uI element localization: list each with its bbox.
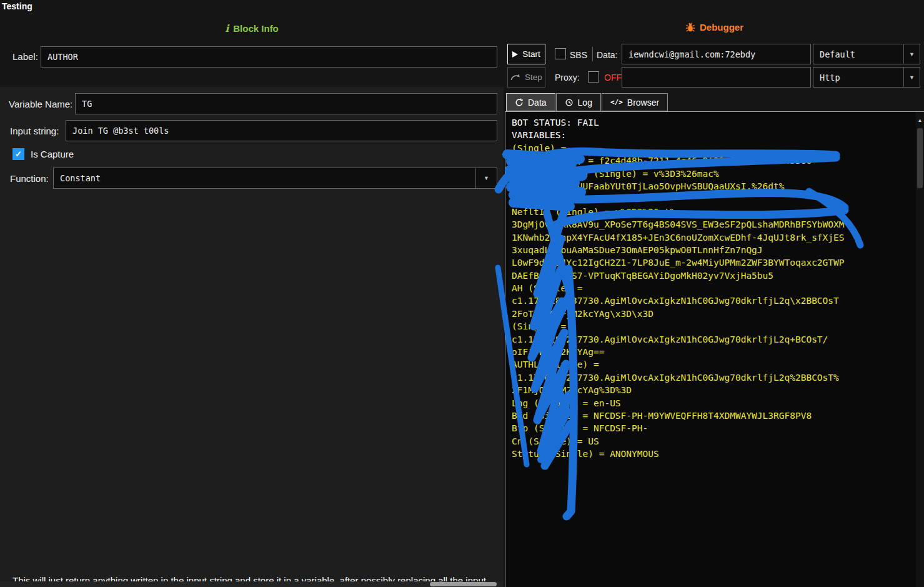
label-field-label: Label: [12,51,38,62]
function-label: Function: [10,173,49,184]
chevron-down-icon: ▼ [484,175,489,181]
dropdown-arrow-box[interactable]: ▼ [903,68,920,87]
scroll-up-arrow[interactable]: ▲ [916,118,924,123]
proxy-field-label: Proxy: [555,73,580,83]
chevron-down-icon: ▼ [909,51,915,58]
log-line: AH (Single) = [512,282,914,294]
function-dropdown[interactable]: Constant ▼ [53,168,497,189]
wordlist-type-value: Default [820,49,855,59]
log-variables-header: VARIABLES: [512,129,914,141]
log-line: 3D17AQABABSDUUFaabYUt0TjLao5OvpHvSBUQaaU… [512,180,914,193]
log-line: (Single) = [512,142,914,154]
horizontal-scrollbar[interactable] [0,581,504,587]
checkmark-icon: ✓ [15,150,22,158]
tab-browser[interactable]: </> Browser [602,93,668,111]
refresh-circle-icon [515,98,524,107]
proxy-status-badge: OFF [604,73,622,83]
tab-log[interactable]: Log [556,93,601,111]
info-icon: i [225,23,229,34]
tab-data-label: Data [528,98,547,108]
log-line: DAEfBLnO052S7-VPTuqKTqBEGAYiDgoMkH02yv7V… [512,269,914,282]
log-line: Lng (Single) = en-US [512,397,914,409]
history-clock-icon [565,98,574,107]
function-selected-value: Constant [60,173,101,183]
proxy-type-value: Http [820,73,840,83]
log-line: 3xuqadLu/buAaMaSDue73OmAEP05kpwO0TLnnHfZ… [512,244,914,256]
block-info-title: Block Info [233,23,279,34]
log-line: c1.1750280237730.AgiMlOvcAxIgkzN1hC0GJwg… [512,294,914,307]
log-line: fbsn (Single) = f2c4d48b-7211-4c46-9f21-… [512,154,914,167]
proxy-type-dropdown[interactable]: Http ▼ [813,67,920,88]
wordlist-type-dropdown[interactable]: Default ▼ [813,44,920,64]
divider [592,47,593,61]
step-arrow-icon [510,73,520,81]
label-input[interactable] [41,46,497,68]
log-line: 3D1750280238025 [512,193,914,205]
block-info-panel-background [0,87,504,587]
is-capture-checkbox[interactable]: ✓ [12,148,24,160]
log-line: Cn (Single) = US [512,435,914,448]
proxy-checkbox[interactable]: ✓ [588,71,599,83]
debugger-log-output: BOT STATUS: FAIL VARIABLES: (Single) = f… [505,111,924,587]
play-icon [512,51,518,58]
debugger-title: Debugger [700,22,743,33]
data-input[interactable] [622,44,811,64]
log-line: NefltId (Single) = v%3D3%26ct% [512,206,914,218]
log-line: 2F1MjOwFjM2kcYAg%3D%3D [512,384,914,396]
log-line: Bfp (Single) = NFCDSF-PH- [512,422,914,434]
log-line: c1.1750280237730.AgiMlOvcAxIgkzN1hC0GJwg… [512,371,914,384]
tab-browser-label: Browser [627,98,659,108]
log-line: (Single) = [512,320,914,333]
variable-name-input[interactable] [75,93,497,114]
log-line: AUTHL (Single) = [512,358,914,371]
log-line: ecrcoNatelixId (Single) = v%3D3%26mac% [512,168,914,180]
input-string-label: Input string: [10,126,59,136]
step-button[interactable]: Step [507,67,545,88]
dropdown-arrow-box[interactable]: ▼ [475,168,497,188]
bug-icon [685,23,695,33]
block-info-header: i Block Info [0,23,504,34]
dropdown-arrow-box[interactable]: ▼ [903,44,920,64]
log-scrollbar-thumb[interactable] [917,128,923,188]
tab-data[interactable]: Data [506,93,555,111]
horizontal-scrollbar-thumb[interactable] [430,582,497,586]
variable-name-label: Variable Name: [9,99,72,109]
tab-log-label: Log [578,98,592,108]
log-line: c1.1750280237730.AgiMlOvcAxIgkzN1hC0GJwg… [512,333,914,346]
log-line: 2FoT1MjOwFjM2kcYAg\x3D\x3D [512,308,914,320]
log-line: oIFJyWFjM2KcYAg== [512,346,914,358]
start-button[interactable]: Start [507,44,545,64]
sbs-label: SBS [570,50,587,60]
sbs-checkbox[interactable]: ✓ [555,48,566,59]
debugger-header: Debugger [505,22,924,33]
proxy-input[interactable] [622,67,811,88]
input-string-input[interactable] [66,120,497,141]
log-vertical-scrollbar[interactable]: ▲ [916,112,924,587]
code-brackets-icon: </> [610,98,623,106]
is-capture-label: Is Capture [31,149,74,159]
step-button-label: Step [525,73,542,82]
start-button-label: Start [522,49,540,59]
page-title: Testing [2,1,32,11]
chevron-down-icon: ▼ [909,74,915,81]
log-line: 3DgMjOvcAxK8AV9u_XPoSe7T6g4BS04SVS_EW3eS… [512,218,914,231]
data-field-label: Data: [597,50,617,60]
log-line: 1KNwhb2RZnpX4YFAcU4fX185+JEn3C6noUZomXcw… [512,231,914,244]
log-line: L0wF9dnY8JYc12IgCH2Z1-7LP8JuE_m-2w4MiyUP… [512,256,914,269]
log-bot-status: BOT STATUS: FAIL [512,116,914,129]
log-line: Bfd (Single) = NFCDSF-PH-M9YWVEQFFH8T4XD… [512,409,914,422]
log-line: Status (Single) = ANONYMOUS [512,448,914,460]
debugger-tabs: Data Log </> Browser [506,93,668,111]
